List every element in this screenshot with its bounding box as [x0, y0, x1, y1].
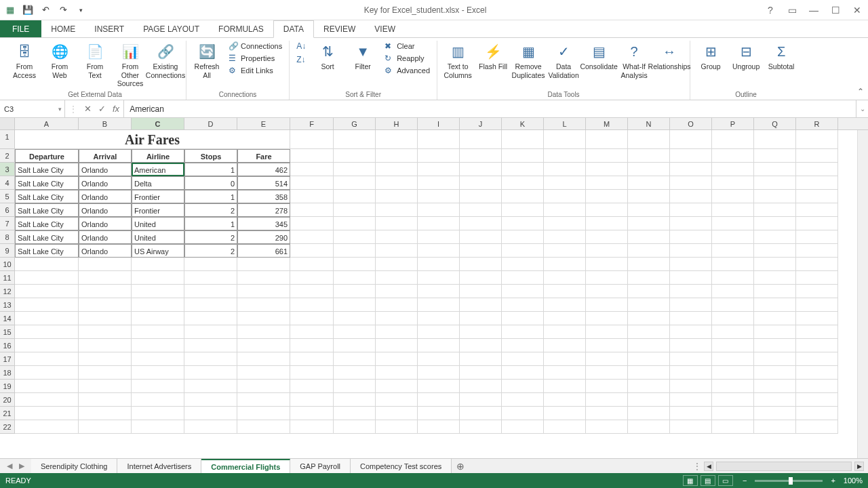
cell-E19[interactable]	[237, 380, 290, 393]
cell-Q19[interactable]	[754, 380, 796, 393]
zoom-slider[interactable]	[755, 480, 823, 482]
zoom-thumb[interactable]	[789, 477, 793, 485]
col-header-K[interactable]: K	[502, 118, 544, 129]
cell-J16[interactable]	[460, 339, 502, 352]
cell-Q10[interactable]	[754, 258, 796, 271]
cell-B20[interactable]	[79, 393, 132, 407]
qat-customize-icon[interactable]: ▾	[75, 4, 87, 16]
cell-G14[interactable]	[334, 312, 376, 325]
tab-view[interactable]: VIEW	[365, 20, 405, 37]
cell-M2[interactable]	[586, 149, 628, 163]
sort-az-button[interactable]: A↓	[294, 41, 309, 52]
cell-I6[interactable]	[418, 203, 460, 217]
insert-function-icon[interactable]: fx	[113, 104, 119, 114]
cell-P17[interactable]	[712, 352, 754, 366]
cell-H2[interactable]	[376, 149, 418, 163]
cell-R2[interactable]	[796, 149, 838, 163]
select-all-corner[interactable]	[0, 118, 15, 129]
zoom-level[interactable]: 100%	[844, 476, 863, 485]
cell-N8[interactable]	[628, 230, 670, 244]
cell-C21[interactable]	[132, 407, 184, 420]
cell-I2[interactable]	[418, 149, 460, 163]
cell-D15[interactable]	[184, 325, 237, 339]
cell-K10[interactable]	[502, 258, 544, 271]
cell-P21[interactable]	[712, 407, 754, 420]
col-header-G[interactable]: G	[334, 118, 376, 129]
cell-C2[interactable]: Airline	[132, 149, 184, 163]
cell-L13[interactable]	[544, 298, 586, 312]
col-header-L[interactable]: L	[544, 118, 586, 129]
cell-F22[interactable]	[290, 420, 334, 434]
cell-H13[interactable]	[376, 298, 418, 312]
cell-G5[interactable]	[334, 190, 376, 203]
cell-J5[interactable]	[460, 190, 502, 203]
cell-Q11[interactable]	[754, 271, 796, 285]
cell-A18[interactable]	[15, 366, 79, 380]
cell-I21[interactable]	[418, 407, 460, 420]
cell-K8[interactable]	[502, 230, 544, 244]
cell-P15[interactable]	[712, 325, 754, 339]
cell-I5[interactable]	[418, 190, 460, 203]
cell-O12[interactable]	[670, 285, 712, 298]
cell-O10[interactable]	[670, 258, 712, 271]
cell-N10[interactable]	[628, 258, 670, 271]
hscroll-track[interactable]	[716, 462, 852, 471]
cell-C18[interactable]	[132, 366, 184, 380]
cell-K21[interactable]	[502, 407, 544, 420]
cell-M14[interactable]	[586, 312, 628, 325]
cell-R6[interactable]	[796, 203, 838, 217]
cell-C10[interactable]	[132, 258, 184, 271]
cell-K7[interactable]	[502, 217, 544, 230]
cell-B13[interactable]	[79, 298, 132, 312]
remove-duplicates-button[interactable]: ▦Remove Duplicates	[512, 41, 545, 81]
cell-R18[interactable]	[796, 366, 838, 380]
ungroup-button[interactable]: ⊟Ungroup	[730, 41, 762, 73]
cell-Q6[interactable]	[754, 203, 796, 217]
cell-D6[interactable]: 2	[184, 203, 237, 217]
row-header-2[interactable]: 2	[0, 149, 15, 163]
cell-C9[interactable]: US Airway	[132, 244, 184, 258]
cell-M19[interactable]	[586, 380, 628, 393]
cell-L12[interactable]	[544, 285, 586, 298]
cell-D16[interactable]	[184, 339, 237, 352]
cell-R13[interactable]	[796, 298, 838, 312]
col-header-J[interactable]: J	[460, 118, 502, 129]
col-header-I[interactable]: I	[418, 118, 460, 129]
cell-R16[interactable]	[796, 339, 838, 352]
cell-Q7[interactable]	[754, 217, 796, 230]
sheet-tab-commercial[interactable]: Commercial Flights	[201, 459, 290, 473]
cell-M4[interactable]	[586, 176, 628, 190]
cell-R22[interactable]	[796, 420, 838, 434]
hscroll-left-icon[interactable]: ◀	[704, 462, 713, 471]
cell-M3[interactable]	[586, 163, 628, 176]
existing-connections-button[interactable]: 🔗Existing Connections	[149, 41, 182, 81]
cell-P22[interactable]	[712, 420, 754, 434]
cell-F17[interactable]	[290, 352, 334, 366]
cell-H16[interactable]	[376, 339, 418, 352]
cell-B17[interactable]	[79, 352, 132, 366]
cell-Q21[interactable]	[754, 407, 796, 420]
cell-H6[interactable]	[376, 203, 418, 217]
maximize-icon[interactable]: ☐	[829, 3, 842, 17]
cell-A13[interactable]	[15, 298, 79, 312]
cell-F2[interactable]	[290, 149, 334, 163]
cell-I14[interactable]	[418, 312, 460, 325]
cell-D7[interactable]: 1	[184, 217, 237, 230]
cell-B7[interactable]: Orlando	[79, 217, 132, 230]
cell-J18[interactable]	[460, 366, 502, 380]
cell-M15[interactable]	[586, 325, 628, 339]
cell-F16[interactable]	[290, 339, 334, 352]
col-header-F[interactable]: F	[290, 118, 334, 129]
what-if-button[interactable]: ?What-If Analysis	[618, 41, 650, 81]
cell-I8[interactable]	[418, 230, 460, 244]
cell-R12[interactable]	[796, 285, 838, 298]
cell-J7[interactable]	[460, 217, 502, 230]
redo-icon[interactable]: ↷	[57, 4, 69, 16]
cell-G13[interactable]	[334, 298, 376, 312]
cell-L1[interactable]	[544, 130, 586, 149]
cell-A8[interactable]: Salt Lake City	[15, 230, 79, 244]
cell-K19[interactable]	[502, 380, 544, 393]
cell-N16[interactable]	[628, 339, 670, 352]
cell-N2[interactable]	[628, 149, 670, 163]
formula-input[interactable]: American	[124, 100, 856, 117]
